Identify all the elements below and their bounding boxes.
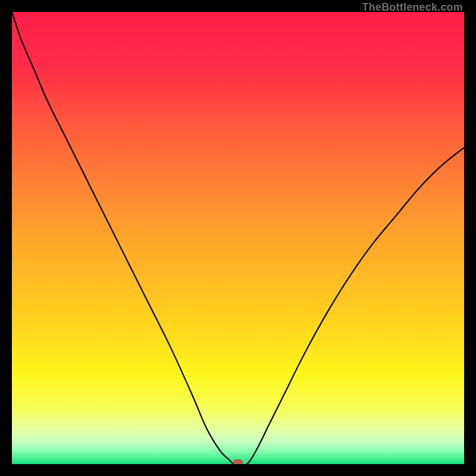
bottleneck-curve (12, 12, 464, 464)
watermark-text: TheBottleneck.com (362, 1, 463, 14)
optimal-point-marker (233, 459, 243, 464)
plot-area (12, 12, 464, 464)
chart-container: TheBottleneck.com (0, 0, 476, 476)
